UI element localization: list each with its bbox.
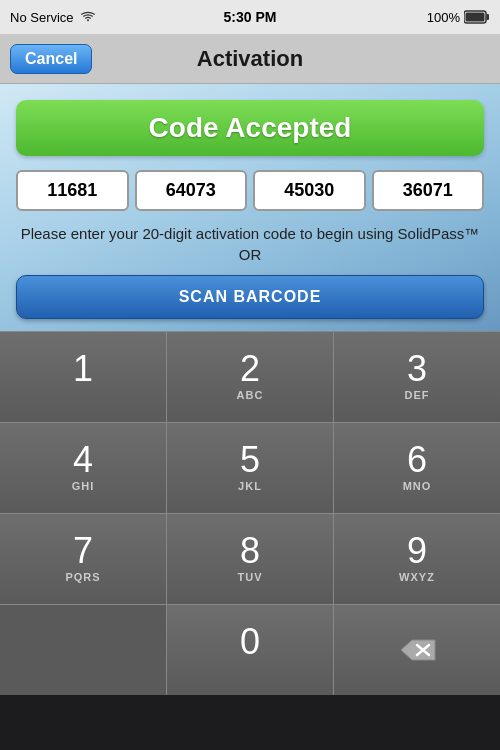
nav-title: Activation (197, 46, 303, 72)
keypad-row-3: 7 PQRS 8 TUV 9 WXYZ (0, 513, 500, 604)
scan-barcode-button[interactable]: SCAN BARCODE (16, 275, 484, 319)
code-box-3[interactable]: 45030 (253, 170, 366, 211)
svg-rect-2 (466, 13, 485, 22)
keypad-row-1: 1 2 ABC 3 DEF (0, 331, 500, 422)
battery-text: 100% (427, 10, 460, 25)
code-accepted-banner: Code Accepted (16, 100, 484, 156)
backspace-icon (397, 636, 437, 664)
wifi-icon (80, 11, 96, 23)
keypad-row-2: 4 GHI 5 JKL 6 MNO (0, 422, 500, 513)
key-6[interactable]: 6 MNO (334, 423, 500, 513)
status-left: No Service (10, 10, 96, 25)
code-accepted-text: Code Accepted (149, 112, 352, 143)
key-9[interactable]: 9 WXYZ (334, 514, 500, 604)
key-7[interactable]: 7 PQRS (0, 514, 167, 604)
carrier-text: No Service (10, 10, 74, 25)
content-area: Code Accepted 11681 64073 45030 36071 Pl… (0, 84, 500, 331)
key-4[interactable]: 4 GHI (0, 423, 167, 513)
key-3[interactable]: 3 DEF (334, 332, 500, 422)
code-box-4[interactable]: 36071 (372, 170, 485, 211)
key-8[interactable]: 8 TUV (167, 514, 334, 604)
status-right: 100% (427, 10, 490, 25)
key-0[interactable]: 0 (167, 605, 334, 695)
cancel-button[interactable]: Cancel (10, 44, 92, 74)
keypad: 1 2 ABC 3 DEF 4 GHI 5 JKL 6 MNO 7 PQRS (0, 331, 500, 695)
code-box-1[interactable]: 11681 (16, 170, 129, 211)
key-backspace[interactable] (334, 605, 500, 695)
key-5[interactable]: 5 JKL (167, 423, 334, 513)
svg-rect-1 (487, 14, 490, 20)
or-text: OR (239, 246, 262, 263)
nav-bar: Cancel Activation (0, 34, 500, 84)
status-time: 5:30 PM (224, 9, 277, 25)
battery-icon (464, 10, 490, 24)
status-bar: No Service 5:30 PM 100% (0, 0, 500, 34)
code-box-2[interactable]: 64073 (135, 170, 248, 211)
instruction-text: Please enter your 20-digit activation co… (16, 223, 484, 265)
key-empty (0, 605, 167, 695)
key-2[interactable]: 2 ABC (167, 332, 334, 422)
code-boxes: 11681 64073 45030 36071 (16, 170, 484, 211)
key-1[interactable]: 1 (0, 332, 167, 422)
keypad-row-4: 0 (0, 604, 500, 695)
